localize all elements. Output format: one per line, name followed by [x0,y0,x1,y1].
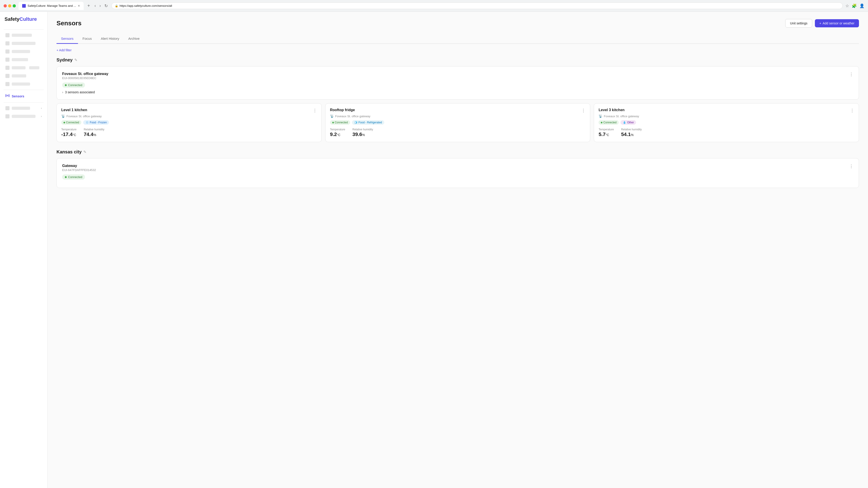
kansas-gateway-info: Gateway EUI-647FDAFFFE014532 [62,164,96,172]
nav-label-b1 [12,107,30,110]
page-title: Sensors [57,20,82,27]
profile-icon[interactable]: 👤 [860,3,864,8]
gateway-icon-0: 📡 [61,114,65,118]
close-window-button[interactable] [4,4,7,7]
sidebar-item-bottom-1[interactable]: › [2,104,45,112]
maximize-window-button[interactable] [13,4,16,7]
reload-button[interactable]: ↻ [103,2,109,9]
browser-tab[interactable]: SafetyCulture: Manage Teams and ... ✕ [19,2,84,10]
sensor-more-button-2[interactable]: ⋮ [850,108,854,113]
sensor-gateway-name-1: Foveaux St. office gateway [335,115,370,118]
unit-settings-button[interactable]: Unit settings [785,19,812,28]
forward-button[interactable]: › [98,2,102,9]
kansas-gateway-more-button[interactable]: ⋮ [849,164,853,169]
sensor-category-tag-1: 🧊 Food - Refrigerated [352,120,384,125]
add-sensor-label: Add sensor or weather [823,22,855,25]
sensor-gateway-0: 📡 Foveaux St. office gateway [61,114,317,118]
bookmark-icon[interactable]: ☆ [845,3,849,8]
temp-reading-2: Temperature 5.7°C [598,128,614,137]
sensor-status-text-1: Connected [335,121,348,124]
gateway-name: Foveaux St. office gateway [62,72,108,76]
gateway-more-button[interactable]: ⋮ [849,72,853,77]
sidebar-item-7[interactable] [2,80,45,88]
sidebar-item-sensors[interactable]: Sensors [2,92,45,101]
sydney-edit-icon[interactable]: ✎ [74,58,77,62]
sensor-name-1: Rooftop fridge [330,108,355,112]
refrigerated-icon: 🧊 [354,121,358,124]
sydney-gateway-card: Foveaux St. office gateway EUI-00005813D… [57,66,859,100]
url-text: https://app.safetyculture.com/sensors/al… [120,4,172,7]
sensor-more-button-1[interactable]: ⋮ [581,108,585,113]
sidebar-item-1[interactable] [2,31,45,39]
temp-unit-1: °C [337,133,340,137]
tab-sensors[interactable]: Sensors [57,34,78,44]
sidebar-item-6[interactable] [2,72,45,80]
temp-value-0: -17.4°C [61,131,76,137]
sensor-card-level1-kitchen: Level 1 kitchen ⋮ 📡 Foveaux St. office g… [57,103,322,142]
gateway-info: Foveaux St. office gateway EUI-00005813D… [62,72,108,80]
gateway-status-badge: Connected [62,83,85,88]
tab-archive[interactable]: Archive [124,34,144,44]
tab-close-button[interactable]: ✕ [78,4,80,7]
sensor-gateway-2: 📡 Foveaux St. office gateway [598,114,854,118]
sensor-status-tag-0: Connected [61,120,81,125]
add-filter-button[interactable]: + Add filter [57,48,72,52]
sensor-status-tag-1: Connected [330,120,350,125]
sensor-category-text-2: Other [627,121,634,124]
sensor-gateway-1: 📡 Foveaux St. office gateway [330,114,586,118]
sensor-card-header-2: Level 3 kitchen ⋮ [598,108,854,113]
sensor-name-2: Level 3 kitchen [598,108,625,112]
humidity-label-2: Relative humidity [621,128,642,131]
sensor-card-header-1: Rooftop fridge ⋮ [330,108,586,113]
svg-point-0 [7,95,8,96]
address-bar[interactable]: 🔒 https://app.safetyculture.com/sensors/… [112,2,843,9]
kansas-gateway-status-text: Connected [68,175,82,179]
sensor-status-tag-2: Connected [598,120,619,125]
kansas-location-header: Kansas city ✎ [57,149,859,155]
sensor-status-text-2: Connected [603,121,616,124]
minimize-window-button[interactable] [8,4,11,7]
sensor-tags-2: Connected 💧 Other [598,120,854,125]
other-icon: 💧 [623,121,626,124]
kansas-gateway-name: Gateway [62,164,96,168]
sensors-count[interactable]: › 3 sensors associated [62,90,853,94]
kansas-section: Kansas city ✎ Gateway EUI-647FDAFFFE0145… [57,149,859,188]
sidebar-divider-top [4,29,43,30]
add-sensor-button[interactable]: + Add sensor or weather [815,19,859,27]
kansas-gateway-card: Gateway EUI-647FDAFFFE014532 ⋮ Connected [57,158,859,188]
sensor-category-text-0: Food - Frozen [90,121,107,124]
sidebar-item-2[interactable] [2,39,45,47]
nav-icon-4 [5,58,9,62]
kansas-edit-icon[interactable]: ✎ [84,150,86,154]
nav-icon-b1 [5,106,9,110]
sensor-gateway-name-2: Foveaux St. office gateway [604,115,639,118]
sidebar-item-bottom-2[interactable]: › [2,112,45,120]
sidebar-item-4[interactable] [2,56,45,64]
sidebar-item-3[interactable] [2,48,45,55]
gateway-icon-1: 📡 [330,114,334,118]
sensor-readings-2: Temperature 5.7°C Relative humidity 54.1… [598,128,854,137]
tabs-bar: Sensors Focus Alert History Archive [57,34,859,44]
humidity-unit-0: % [93,133,96,137]
gateway-status-text: Connected [68,84,82,87]
sensor-more-button-0[interactable]: ⋮ [313,108,317,113]
nav-icon-7 [5,82,9,86]
sensor-cards-grid: Level 1 kitchen ⋮ 📡 Foveaux St. office g… [57,103,859,142]
nav-label-5b [29,66,39,69]
kansas-status-dot [65,176,67,178]
kansas-gateway-header: Gateway EUI-647FDAFFFE014532 ⋮ [62,164,853,172]
sydney-location-header: Sydney ✎ [57,57,859,63]
tab-focus[interactable]: Focus [78,34,96,44]
sidebar-item-5[interactable] [2,64,45,72]
new-tab-button[interactable]: + [86,2,91,9]
extensions-icon[interactable]: 🧩 [852,3,857,8]
nav-icon-5 [5,66,9,70]
back-button[interactable]: ‹ [94,2,97,9]
humidity-unit-2: % [631,133,633,137]
kansas-gateway-status-badge: Connected [62,174,85,180]
tab-title: SafetyCulture: Manage Teams and ... [28,4,76,7]
tab-alert-history[interactable]: Alert History [96,34,124,44]
kansas-title: Kansas city [57,149,82,155]
temp-value-1: 9.2°C [330,131,345,137]
nav-label-3 [12,50,30,53]
